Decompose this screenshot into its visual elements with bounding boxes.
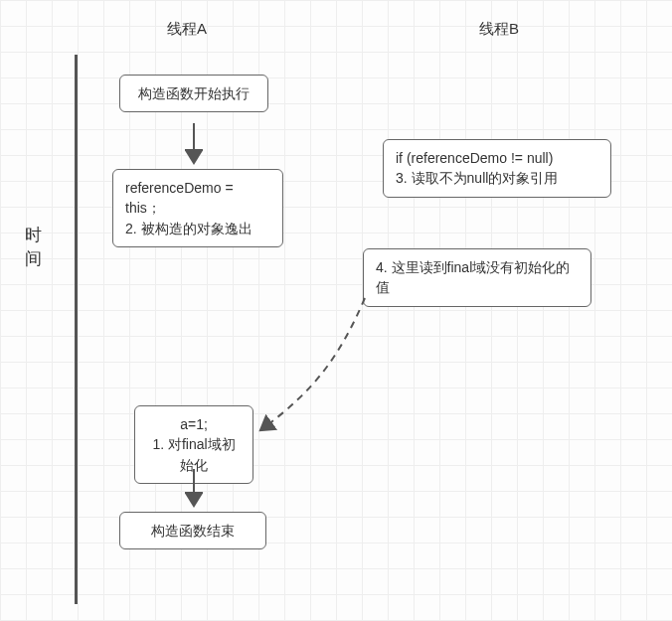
node-null-check: if (referenceDemo != null) 3. 读取不为null的对… [383, 139, 611, 198]
arrow-read-to-initfinal-dashed [251, 296, 390, 445]
arrow-start-to-escape [185, 123, 203, 171]
node-constructor-start: 构造函数开始执行 [119, 75, 268, 112]
node-constructor-end: 构造函数结束 [119, 512, 266, 549]
time-axis-label: 时 间 [23, 224, 43, 271]
node-this-escape: referenceDemo = this； 2. 被构造的对象逸出 [112, 169, 283, 247]
timeline-bar [75, 55, 78, 604]
node-read-uninitialized: 4. 这里读到final域没有初始化的值 [363, 248, 591, 307]
thread-b-header: 线程B [479, 20, 519, 39]
thread-a-header: 线程A [167, 20, 207, 39]
node-final-init: a=1; 1. 对final域初始化 [134, 405, 253, 484]
